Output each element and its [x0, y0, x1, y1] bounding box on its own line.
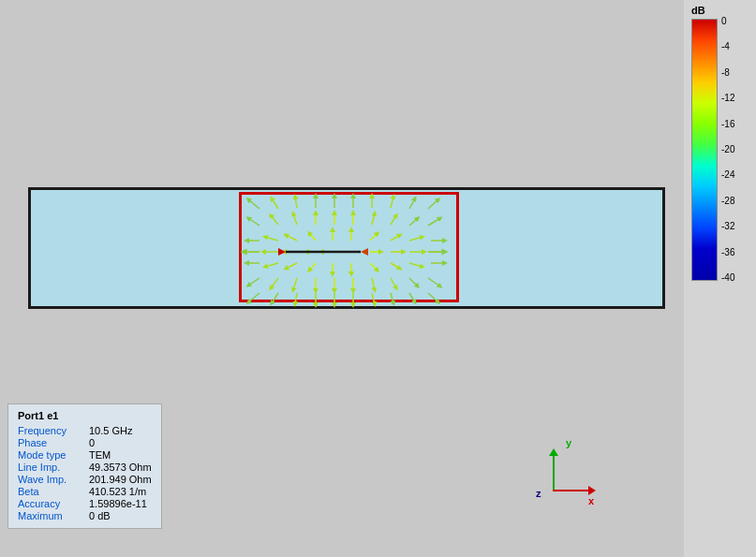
x-axis: x	[553, 490, 590, 491]
value-accuracy: 1.59896e-11	[89, 498, 147, 509]
colorbar-label-1: -4	[721, 42, 734, 51]
colorbar-gradient	[691, 19, 718, 281]
value-line-imp: 49.3573 Ohm	[89, 462, 152, 473]
value-maximum: 0 dB	[89, 510, 111, 521]
label-line-imp: Line Imp.	[18, 462, 85, 473]
value-mode-type: TEM	[89, 449, 111, 461]
y-axis-label: y	[566, 437, 571, 448]
colorbar-label-5: -20	[721, 145, 734, 154]
coordinate-axes: y x z	[534, 445, 590, 501]
colorbar-label-7: -28	[721, 197, 734, 206]
label-phase: Phase	[18, 437, 85, 448]
info-row-phase: Phase 0	[18, 437, 152, 448]
colorbar-labels: 0 -4 -8 -12 -16 -20 -24 -28 -32 -36 -40	[721, 17, 734, 283]
panel-title: Port1 e1	[18, 410, 152, 421]
z-axis-label: z	[536, 488, 541, 499]
colorbar-label-8: -32	[721, 222, 734, 231]
colorbar-label-9: -36	[721, 248, 734, 257]
colorbar-label-3: -12	[721, 94, 734, 103]
colorbar-panel: dB 0 -4 -8 -12 -16 -20 -24 -28 -32 -36 -…	[684, 0, 756, 557]
colorbar-label-10: -40	[721, 273, 734, 283]
info-row-line-imp: Line Imp. 49.3573 Ohm	[18, 462, 152, 473]
label-wave-imp: Wave Imp.	[18, 474, 85, 485]
value-frequency: 10.5 GHz	[89, 425, 132, 436]
info-row-wave-imp: Wave Imp. 201.949 Ohm	[18, 474, 152, 485]
x-axis-label: x	[588, 495, 594, 506]
label-accuracy: Accuracy	[18, 498, 85, 509]
info-row-beta: Beta 410.523 1/m	[18, 486, 152, 497]
label-mode-type: Mode type	[18, 449, 85, 461]
value-beta: 410.523 1/m	[89, 486, 146, 497]
label-beta: Beta	[18, 486, 85, 497]
viewport: Port1 e1 Frequency 10.5 GHz Phase 0 Mode…	[0, 0, 684, 557]
info-row-frequency: Frequency 10.5 GHz	[18, 425, 152, 436]
colorbar-label-4: -16	[721, 120, 734, 129]
info-row-maximum: Maximum 0 dB	[18, 510, 152, 521]
label-maximum: Maximum	[18, 510, 85, 521]
value-phase: 0	[89, 437, 95, 448]
value-wave-imp: 201.949 Ohm	[89, 474, 152, 485]
y-axis: y	[553, 454, 555, 491]
port-region	[239, 192, 459, 302]
colorbar-label-6: -24	[721, 170, 734, 180]
info-panel: Port1 e1 Frequency 10.5 GHz Phase 0 Mode…	[7, 403, 162, 529]
label-frequency: Frequency	[18, 425, 85, 436]
info-row-accuracy: Accuracy 1.59896e-11	[18, 498, 152, 509]
colorbar-label-0: 0	[721, 17, 734, 26]
info-row-mode-type: Mode type TEM	[18, 449, 152, 461]
colorbar-label-2: -8	[721, 68, 734, 78]
colorbar-title: dB	[691, 5, 705, 16]
